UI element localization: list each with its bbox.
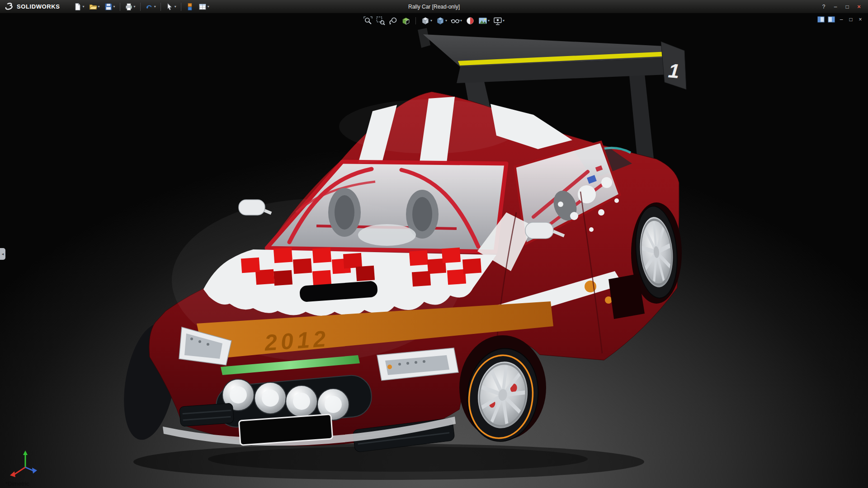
new-button[interactable]: ▾ — [72, 1, 86, 12]
split-pane-left-icon — [817, 16, 825, 23]
zoom-to-area-icon — [376, 16, 385, 25]
windshield — [267, 162, 506, 252]
print-icon — [125, 3, 133, 11]
options-button[interactable]: ▾ — [197, 1, 211, 12]
select-cursor-icon — [165, 3, 174, 11]
chevron-down-icon[interactable]: ▾ — [503, 19, 505, 23]
brand-name: SOLIDWORKS — [17, 3, 60, 10]
split-pane-right-button[interactable] — [828, 16, 835, 23]
chevron-down-icon[interactable]: ▾ — [430, 19, 432, 23]
window-title: Rally Car [Read-only] — [408, 4, 460, 10]
section-view-button[interactable] — [401, 15, 411, 26]
toolbar-separator — [181, 3, 181, 11]
chevron-down-icon[interactable]: ▾ — [460, 19, 462, 23]
solidworks-logo-icon — [5, 2, 14, 11]
glasses-icon — [451, 16, 460, 25]
tools-button[interactable] — [184, 1, 196, 12]
select-button[interactable]: ▾ — [164, 1, 178, 12]
edit-appearance-button[interactable] — [465, 15, 476, 26]
help-button[interactable]: ? — [818, 2, 829, 11]
split-pane-right-icon — [828, 16, 835, 23]
chevron-down-icon[interactable]: ▾ — [83, 5, 85, 9]
titlebar: SOLIDWORKS ▾ ▾ ▾ ▾ ▾ ▾ — [0, 0, 868, 13]
doc-restore-button[interactable]: □ — [848, 16, 854, 23]
chevron-down-icon[interactable]: ▾ — [134, 5, 136, 9]
open-button[interactable]: ▾ — [87, 1, 102, 12]
doc-close-button[interactable]: × — [857, 16, 863, 23]
options-grid-icon — [198, 3, 207, 11]
view-orientation-cube-icon — [421, 16, 430, 25]
appearance-ball-icon — [466, 16, 475, 25]
maximize-button[interactable]: □ — [842, 2, 853, 11]
zoom-to-fit-icon — [363, 16, 373, 25]
undo-arrow-icon — [145, 3, 153, 11]
panel-collapse-tab[interactable]: ◂ — [0, 248, 5, 260]
app-logo: SOLIDWORKS — [0, 2, 65, 11]
save-button[interactable]: ▾ — [103, 1, 117, 12]
minimize-button[interactable]: – — [830, 2, 841, 11]
year-decal: 2012 — [263, 326, 330, 356]
car-shadow — [133, 444, 644, 480]
y-axis-arrow — [23, 450, 28, 455]
scene-photo-icon — [478, 16, 487, 25]
document-window-controls: – □ × — [817, 16, 863, 23]
main-toolbar: ▾ ▾ ▾ ▾ ▾ ▾ ▾ — [72, 1, 211, 12]
toolbar-separator — [415, 17, 416, 24]
previous-view-icon — [389, 16, 398, 25]
open-folder-icon — [89, 3, 97, 11]
close-button[interactable]: × — [854, 2, 864, 11]
save-floppy-icon — [104, 3, 113, 11]
toolbar-separator — [140, 3, 141, 11]
graphics-area[interactable]: ▾ ▾ ▾ ▾ ▾ – □ × — [0, 13, 868, 488]
previous-view-button[interactable] — [388, 15, 399, 26]
view-settings-icon — [493, 16, 502, 25]
wing-number-decal: 1 — [667, 59, 680, 82]
zoom-to-area-button[interactable] — [375, 15, 386, 26]
apply-scene-button[interactable]: ▾ — [477, 15, 491, 26]
view-orientation-button[interactable]: ▾ — [420, 15, 433, 26]
split-pane-left-button[interactable] — [817, 16, 825, 23]
chevron-down-icon[interactable]: ▾ — [445, 19, 447, 23]
doc-minimize-button[interactable]: – — [838, 16, 844, 23]
tools-icon — [186, 3, 194, 11]
chevron-down-icon[interactable]: ▾ — [154, 5, 156, 9]
new-document-icon — [74, 3, 82, 11]
display-style-icon — [436, 16, 445, 25]
chevron-down-icon[interactable]: ▾ — [113, 5, 115, 9]
heads-up-view-toolbar: ▾ ▾ ▾ ▾ ▾ — [363, 15, 505, 26]
chevron-down-icon[interactable]: ▾ — [208, 5, 209, 9]
toolbar-separator — [160, 3, 161, 11]
hide-show-items-button[interactable]: ▾ — [450, 15, 463, 26]
toolbar-separator — [120, 3, 120, 11]
view-settings-button[interactable]: ▾ — [492, 15, 505, 26]
z-axis-arrow — [32, 468, 37, 474]
chevron-down-icon[interactable]: ▾ — [98, 5, 100, 9]
x-axis-arrow — [10, 471, 15, 477]
display-style-button[interactable]: ▾ — [435, 15, 448, 26]
chevron-down-icon[interactable]: ▾ — [175, 5, 176, 9]
zoom-to-fit-button[interactable] — [363, 15, 373, 26]
print-button[interactable]: ▾ — [123, 1, 137, 12]
orientation-triad — [8, 449, 40, 481]
window-controls: ? – □ × — [818, 2, 868, 11]
car-model[interactable]: 1 — [0, 13, 868, 488]
chevron-down-icon[interactable]: ▾ — [488, 19, 490, 23]
undo-button[interactable]: ▾ — [143, 1, 158, 12]
view-orientation-label: *Dimetric — [5, 480, 29, 487]
section-view-icon — [401, 16, 410, 25]
